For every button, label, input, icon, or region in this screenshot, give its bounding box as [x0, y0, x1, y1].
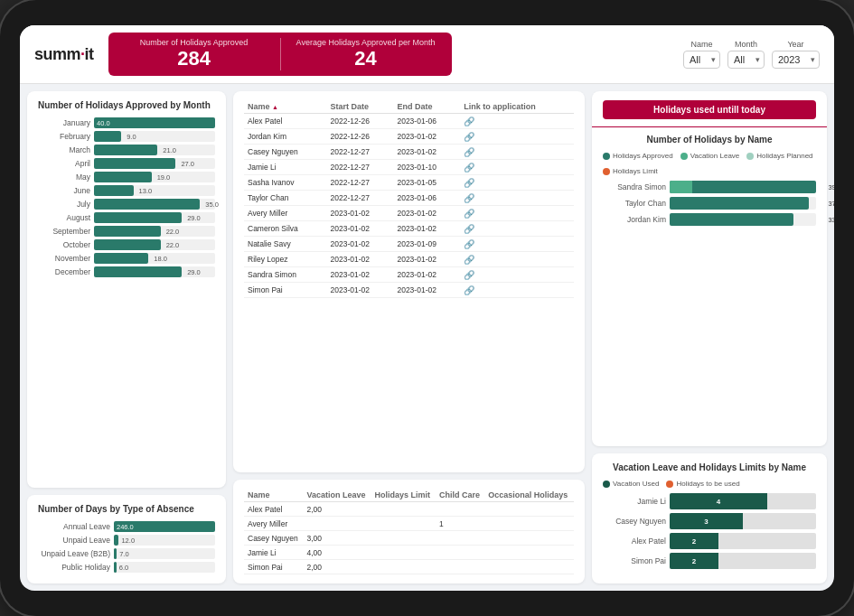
holidays-by-month-card: Number of Holidays Approved by Month Jan… [27, 91, 226, 488]
table-row: Sandra Simon 2023-01-02 2023-01-02 🔗 [244, 267, 574, 283]
absence-table: Name Vacation Leave Holidays Limit Child… [244, 489, 574, 574]
table-row: Avery Miller 2023-01-02 2023-01-02 🔗 [244, 206, 574, 221]
col-link: Link to application [460, 100, 574, 114]
table-row: Cameron Silva 2023-01-02 2023-01-02 🔗 [244, 221, 574, 237]
col-childcare: Child Care [436, 489, 484, 502]
filter-month-select[interactable]: All [727, 51, 765, 69]
month-bar-chart: January 40.0 February 9.0 March 21.0 Apr… [38, 117, 215, 277]
stat-holidays-approved: Number of Holidays Approved 284 [108, 33, 280, 76]
table-row: Alex Patel 2,00 [244, 502, 574, 517]
legend-item: Holidays Limit [603, 167, 658, 175]
vacation-limits-legend: Vacation UsedHolidays to be used [603, 480, 816, 488]
bar-row: Unpaid Leave (B2B) 7.0 [38, 548, 215, 559]
bar-row: Public Holiday 6.0 [38, 562, 215, 573]
bar-row: July 35.0 [38, 199, 215, 210]
days-by-absence-card: Number of Days by Type of Absence Annual… [27, 495, 226, 583]
vacation-chart: Jamie Li 4 Casey Nguyen 3 Alex Patel 2 S… [603, 493, 816, 569]
tablet-frame: summ·it Number of Holidays Approved 284 … [0, 0, 854, 616]
bar-row: March 21.0 [38, 145, 215, 155]
bar-row: February 9.0 [38, 131, 215, 142]
main-content: Number of Holidays Approved by Month Jan… [20, 84, 834, 591]
filter-month-group: Month All [727, 40, 765, 69]
filter-name-group: Name All [683, 40, 720, 69]
table-row: Sasha Ivanov 2022-12-27 2023-01-05 🔗 [244, 175, 574, 191]
col-abs-name: Name [244, 489, 303, 502]
legend-item: Holidays to be used [666, 480, 739, 488]
table-row: Taylor Chan 2022-12-27 2023-01-06 🔗 [244, 191, 574, 206]
table-row: Simon Pai 2023-01-02 2023-01-02 🔗 [244, 283, 574, 298]
stat-cards: Number of Holidays Approved 284 Average … [108, 33, 452, 76]
col-name: Name ▲ [244, 100, 327, 114]
vacation-limits-card: Vacation Leave and Holidays Limits by Na… [592, 453, 827, 583]
filter-name-select[interactable]: All [683, 51, 720, 69]
holidays-used-chart: Sandra Simon 39,0 Taylor Chan 37,0 Jorda… [603, 181, 816, 226]
col-end: End Date [393, 100, 460, 114]
filter-section: Name All Month All Y [683, 40, 820, 69]
bar-row: Jordan Kim 33,0 [603, 213, 816, 226]
screen: summ·it Number of Holidays Approved 284 … [20, 25, 834, 591]
filter-month-wrapper: All [727, 51, 765, 69]
table-row: Avery Miller 1 [244, 517, 574, 531]
right-panel: Holidays used untill today Number of Hol… [592, 91, 827, 583]
table-row: Simon Pai 2,00 [244, 560, 574, 574]
col-vacation: Vacation Leave [303, 489, 371, 502]
bar-row: September 22.0 [38, 226, 215, 237]
legend-item: Vacation Leave [680, 152, 740, 160]
legend-item: Holidays Approved [603, 152, 673, 160]
logo: summ·it [34, 45, 94, 64]
legend-item: Vacation Used [603, 480, 659, 488]
table-row: Jamie Li 2022-12-27 2023-01-10 🔗 [244, 160, 574, 175]
stat-avg-per-month: Average Holidays Approved per Month 24 [280, 33, 452, 76]
divider [592, 126, 827, 127]
table-row: Casey Nguyen 2022-12-27 2023-01-02 🔗 [244, 145, 574, 160]
table-row: Natalie Savy 2023-01-02 2023-01-09 🔗 [244, 237, 574, 252]
bar-row: October 22.0 [38, 239, 215, 250]
filter-name-wrapper: All [683, 51, 720, 69]
table-row: Riley Lopez 2023-01-02 2023-01-02 🔗 [244, 252, 574, 267]
holidays-table: Name ▲ Start Date End Date Link to appli… [244, 100, 574, 298]
middle-panel: Name ▲ Start Date End Date Link to appli… [233, 91, 585, 583]
table-row: Casey Nguyen 3,00 [244, 531, 574, 546]
bar-row: Alex Patel 2 [603, 533, 816, 549]
table-row: Jordan Kim 2022-12-26 2023-01-02 🔗 [244, 129, 574, 145]
bar-row: January 40.0 [38, 117, 215, 128]
bar-row: Jamie Li 4 [603, 493, 816, 509]
table-row: Alex Patel 2022-12-26 2023-01-06 🔗 [244, 114, 574, 129]
bar-row: Casey Nguyen 3 [603, 513, 816, 529]
bar-row: December 29.0 [38, 266, 215, 277]
absence-bar-chart: Annual Leave 246.0 Unpaid Leave 12.0 Unp… [38, 521, 215, 573]
left-panel: Number of Holidays Approved by Month Jan… [27, 91, 226, 583]
holidays-table-card: Name ▲ Start Date End Date Link to appli… [233, 91, 585, 472]
bar-row: August 29.0 [38, 212, 215, 223]
table-row: Jamie Li 4,00 [244, 546, 574, 560]
bar-row: November 18.0 [38, 253, 215, 264]
bar-row: Sandra Simon 39,0 [603, 181, 816, 193]
bar-row: Annual Leave 246.0 [38, 521, 215, 532]
bar-row: Unpaid Leave 12.0 [38, 535, 215, 546]
filter-year-select[interactable]: 2023 [772, 51, 820, 69]
bar-row: May 19.0 [38, 172, 215, 182]
header: summ·it Number of Holidays Approved 284 … [20, 25, 834, 84]
holidays-used-card: Holidays used untill today Number of Hol… [592, 91, 827, 446]
holidays-used-legend: Holidays ApprovedVacation LeaveHolidays … [603, 152, 816, 175]
bar-row: Simon Pai 2 [603, 553, 816, 569]
bar-row: April 27.0 [38, 158, 215, 169]
col-start: Start Date [327, 100, 394, 114]
absence-table-card: Name Vacation Leave Holidays Limit Child… [233, 480, 585, 583]
filter-year-group: Year 2023 [772, 40, 820, 69]
col-limit: Holidays Limit [371, 489, 436, 502]
bar-row: June 13.0 [38, 185, 215, 196]
filter-year-wrapper: 2023 [772, 51, 820, 69]
legend-item: Holidays Planned [746, 152, 812, 160]
col-occasional: Occasional Holidays [484, 489, 574, 502]
bar-row: Taylor Chan 37,0 [603, 197, 816, 210]
